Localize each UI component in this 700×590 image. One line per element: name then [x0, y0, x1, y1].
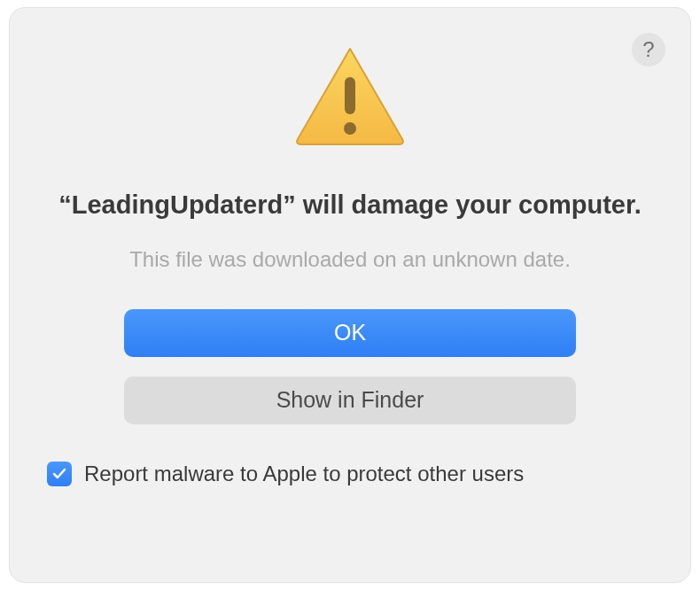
show-in-finder-button[interactable]: Show in Finder: [124, 377, 576, 424]
checkmark-icon: [51, 466, 67, 482]
svg-rect-0: [345, 77, 355, 114]
report-malware-checkbox[interactable]: [47, 462, 72, 486]
warning-icon: [292, 43, 408, 153]
report-malware-row: Report malware to Apple to protect other…: [36, 462, 524, 486]
help-button[interactable]: ?: [632, 33, 665, 66]
dialog-title: “LeadingUpdaterd” will damage your compu…: [58, 189, 641, 222]
help-icon: ?: [642, 37, 654, 62]
svg-point-1: [344, 122, 356, 135]
ok-button[interactable]: OK: [124, 309, 576, 357]
alert-dialog: ? “LeadingUpdaterd” will damage your com…: [9, 7, 691, 583]
report-malware-label[interactable]: Report malware to Apple to protect other…: [84, 462, 524, 486]
ok-button-label: OK: [334, 320, 366, 345]
dialog-subtitle: This file was downloaded on an unknown d…: [129, 247, 571, 272]
show-in-finder-label: Show in Finder: [276, 387, 424, 413]
